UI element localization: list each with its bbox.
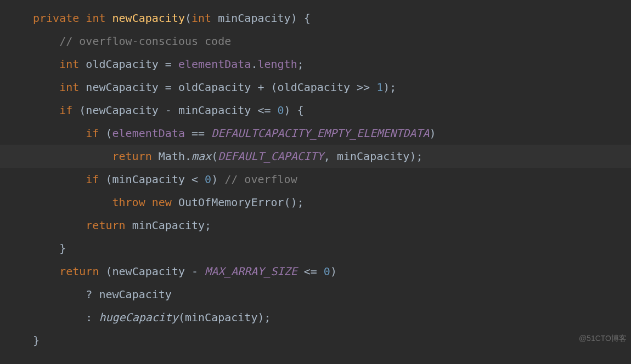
variable: newCapacity bbox=[86, 81, 158, 94]
keyword: int bbox=[59, 81, 79, 94]
code-line: int oldCapacity = elementData.length; bbox=[0, 53, 631, 76]
param: minCapacity bbox=[218, 12, 290, 25]
comment: // overflow-conscious code bbox=[59, 35, 231, 48]
code-line: ? newCapacity bbox=[0, 283, 631, 306]
static-method: max bbox=[191, 150, 211, 163]
code-line-highlighted: return Math.max(DEFAULT_CAPACITY, minCap… bbox=[0, 145, 631, 168]
number: 0 bbox=[324, 265, 330, 278]
code-block: private int newCapacity(int minCapacity)… bbox=[0, 0, 631, 352]
method-name: newCapacity bbox=[112, 12, 185, 25]
code-line: } bbox=[0, 329, 631, 352]
number: 0 bbox=[205, 173, 211, 186]
keyword: throw bbox=[112, 196, 145, 209]
variable: oldCapacity bbox=[86, 58, 158, 71]
type: OutOfMemoryError bbox=[178, 196, 284, 209]
code-line: return (newCapacity - MAX_ARRAY_SIZE <= … bbox=[0, 260, 631, 283]
field: length bbox=[257, 58, 297, 71]
comment: // overflow bbox=[224, 173, 297, 186]
keyword: if bbox=[59, 104, 72, 117]
number: 0 bbox=[278, 104, 284, 117]
field: elementData bbox=[112, 127, 185, 140]
code-line: if (newCapacity - minCapacity <= 0) { bbox=[0, 99, 631, 122]
code-line: throw new OutOfMemoryError(); bbox=[0, 191, 631, 214]
keyword: return bbox=[112, 150, 152, 163]
code-line: if (minCapacity < 0) // overflow bbox=[0, 168, 631, 191]
keyword: new bbox=[152, 196, 172, 209]
keyword: if bbox=[86, 173, 99, 186]
code-line: : hugeCapacity(minCapacity); bbox=[0, 306, 631, 329]
field: elementData bbox=[178, 58, 251, 71]
code-line: int newCapacity = oldCapacity + (oldCapa… bbox=[0, 76, 631, 99]
code-line: } bbox=[0, 237, 631, 260]
keyword: int bbox=[191, 12, 211, 25]
keyword: int bbox=[86, 12, 105, 25]
keyword: return bbox=[59, 265, 99, 278]
watermark: @51CTO博客 bbox=[579, 327, 627, 350]
static-method: hugeCapacity bbox=[99, 311, 178, 324]
constant: DEFAULT_CAPACITY bbox=[218, 150, 324, 163]
code-line: return minCapacity; bbox=[0, 214, 631, 237]
code-line: if (elementData == DEFAULTCAPACITY_EMPTY… bbox=[0, 122, 631, 145]
constant: MAX_ARRAY_SIZE bbox=[205, 265, 297, 278]
number: 1 bbox=[376, 81, 383, 94]
constant: DEFAULTCAPACITY_EMPTY_ELEMENTDATA bbox=[211, 127, 429, 140]
keyword: int bbox=[59, 58, 79, 71]
keyword: if bbox=[86, 127, 99, 140]
code-line: // overflow-conscious code bbox=[0, 30, 631, 53]
code-line: private int newCapacity(int minCapacity)… bbox=[0, 7, 631, 30]
keyword: return bbox=[86, 219, 125, 232]
keyword: private bbox=[33, 12, 79, 25]
